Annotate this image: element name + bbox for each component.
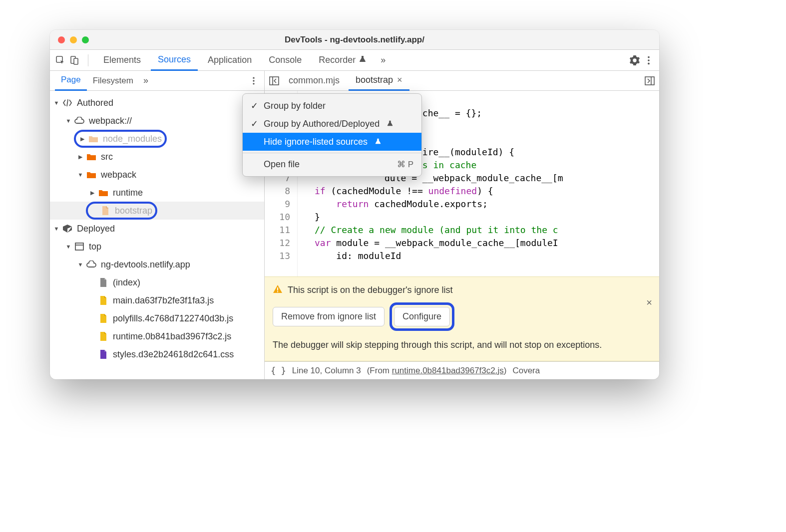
folder-icon xyxy=(86,170,97,180)
navigator-kebab-icon[interactable] xyxy=(248,75,259,86)
main-toolbar: Elements Sources Application Console Rec… xyxy=(50,50,659,71)
device-toggle-icon[interactable] xyxy=(69,55,80,66)
banner-description: The debugger will skip stepping through … xyxy=(273,338,651,352)
folder-icon xyxy=(98,188,109,198)
file-tab-common-mjs[interactable]: common.mjs xyxy=(282,71,347,91)
maximize-window-icon[interactable] xyxy=(82,36,89,43)
window-title: DevTools - ng-devtools.netlify.app/ xyxy=(50,35,659,45)
tree-node-bootstrap[interactable]: bootstrap xyxy=(50,202,264,220)
remove-from-ignore-list-button[interactable]: Remove from ignore list xyxy=(273,307,385,326)
chevron-right-icon: ▶ xyxy=(89,190,96,196)
tree-node-runtime[interactable]: ▶ runtime xyxy=(50,184,264,202)
css-file-icon xyxy=(98,349,109,359)
separator xyxy=(88,54,88,66)
svg-rect-15 xyxy=(277,287,278,290)
tree-node-webpack-folder[interactable]: ▼ webpack xyxy=(50,166,264,184)
statusbar: { } Line 10, Column 3 (From runtime.0b84… xyxy=(265,361,659,379)
ignore-list-banner: This script is on the debugger's ignore … xyxy=(265,276,659,361)
close-window-icon[interactable] xyxy=(58,36,65,43)
flask-icon xyxy=(359,55,367,65)
menu-shortcut: ⌘ P xyxy=(397,159,413,170)
file-icon xyxy=(100,206,111,216)
menu-item-label: Open file xyxy=(264,159,300,170)
navigator-tab-filesystem[interactable]: Filesystem xyxy=(87,71,139,91)
close-tab-icon[interactable]: × xyxy=(397,75,402,85)
tree-node-authored[interactable]: ▼ Authored xyxy=(50,94,264,112)
navigator-more-tabs-icon[interactable]: » xyxy=(139,75,152,86)
warning-icon xyxy=(273,284,283,296)
tree-file-styles-css[interactable]: styles.d3e2b24618d2c641.css xyxy=(50,345,264,363)
menu-item-group-by-authored-deployed[interactable]: ✓ Group by Authored/Deployed xyxy=(243,115,421,133)
chevron-down-icon: ▼ xyxy=(53,226,60,232)
configure-button[interactable]: Configure xyxy=(394,307,450,326)
tree-node-label: (index) xyxy=(113,277,140,288)
menu-item-label: Hide ignore-listed sources xyxy=(264,137,368,147)
titlebar: DevTools - ng-devtools.netlify.app/ xyxy=(50,30,659,50)
tree-file-polyfills-js[interactable]: polyfills.4c768d7122740d3b.js xyxy=(50,309,264,327)
tab-recorder[interactable]: Recorder xyxy=(312,50,374,71)
tree-file-runtime-js[interactable]: runtime.0b841bad3967f3c2.js xyxy=(50,327,264,345)
tree-node-top[interactable]: ▼ top xyxy=(50,238,264,256)
cursor-position: Line 10, Column 3 xyxy=(292,366,361,376)
show-navigator-icon[interactable] xyxy=(269,75,280,86)
navigator-tabs: Page Filesystem » xyxy=(50,71,264,91)
tree-node-src[interactable]: ▶ src xyxy=(50,148,264,166)
file-tree: ▼ Authored ▼ webpack:// ▶ node_modules xyxy=(50,91,264,379)
svg-rect-9 xyxy=(75,243,83,250)
navigator-context-menu: ✓ Group by folder ✓ Group by Authored/De… xyxy=(242,93,422,177)
tab-console[interactable]: Console xyxy=(262,50,309,71)
from-label: (From runtime.0b841bad3967f3c2.js) xyxy=(367,366,507,376)
menu-item-open-file[interactable]: Open file ⌘ P xyxy=(243,155,421,173)
source-map-link[interactable]: runtime.0b841bad3967f3c2.js xyxy=(392,366,504,375)
tree-node-label: src xyxy=(101,152,113,162)
coverage-label: Covera xyxy=(512,366,540,376)
tree-file-index[interactable]: (index) xyxy=(50,273,264,291)
tree-node-label: webpack:// xyxy=(89,116,132,126)
settings-gear-icon[interactable] xyxy=(629,55,640,66)
chevron-down-icon: ▼ xyxy=(65,118,72,124)
svg-rect-16 xyxy=(277,291,278,292)
minimize-window-icon[interactable] xyxy=(70,36,77,43)
svg-rect-2 xyxy=(74,58,78,64)
tree-node-webpack-scheme[interactable]: ▼ webpack:// xyxy=(50,112,264,130)
kebab-menu-icon[interactable] xyxy=(643,55,654,66)
menu-item-hide-ignore-listed[interactable]: Hide ignore-listed sources xyxy=(243,133,421,151)
tree-node-label: runtime xyxy=(113,188,143,198)
tree-file-main-js[interactable]: main.da63f7b2fe3f1fa3.js xyxy=(50,291,264,309)
traffic-lights xyxy=(50,36,89,43)
svg-point-6 xyxy=(253,77,254,78)
navigator-panel: Page Filesystem » ▼ Authored ▼ webpack:/… xyxy=(50,71,265,379)
cloud-icon xyxy=(86,260,97,269)
inspect-element-icon[interactable] xyxy=(55,55,66,66)
file-tab-bootstrap[interactable]: bootstrap × xyxy=(349,71,409,91)
menu-separator xyxy=(243,153,421,153)
pretty-print-icon[interactable]: { } xyxy=(271,366,286,376)
tree-node-label: bootstrap xyxy=(115,206,152,216)
frame-icon xyxy=(74,242,85,252)
banner-title: This script is on the debugger's ignore … xyxy=(288,285,453,295)
chevron-down-icon: ▼ xyxy=(53,100,60,106)
tree-node-label: polyfills.4c768d7122740d3b.js xyxy=(113,313,233,324)
tree-node-node-modules[interactable]: ▶ node_modules xyxy=(50,130,264,148)
close-banner-icon[interactable]: × xyxy=(646,297,652,308)
tab-elements[interactable]: Elements xyxy=(96,50,148,71)
tree-node-deployed[interactable]: ▼ Deployed xyxy=(50,220,264,238)
tree-node-domain[interactable]: ▼ ng-devtools.netlify.app xyxy=(50,256,264,273)
chevron-down-icon: ▼ xyxy=(65,244,72,250)
js-file-icon xyxy=(98,331,109,341)
annotation-highlight: ▶ node_modules xyxy=(74,130,167,148)
tab-application[interactable]: Application xyxy=(201,50,259,71)
folder-icon xyxy=(86,152,97,162)
chevron-right-icon: ▶ xyxy=(79,136,86,142)
check-icon: ✓ xyxy=(251,118,259,129)
js-file-icon xyxy=(98,313,109,323)
deployed-box-icon xyxy=(62,224,73,234)
chevron-right-icon: ▶ xyxy=(77,154,84,160)
tab-sources[interactable]: Sources xyxy=(151,50,198,71)
navigator-tab-page[interactable]: Page xyxy=(55,71,87,91)
show-debugger-icon[interactable] xyxy=(644,75,655,86)
tree-node-label: Deployed xyxy=(77,224,115,234)
more-tabs-chevron-icon[interactable]: » xyxy=(377,55,390,65)
menu-item-group-by-folder[interactable]: ✓ Group by folder xyxy=(243,97,421,115)
annotation-highlight: bootstrap xyxy=(86,202,157,220)
